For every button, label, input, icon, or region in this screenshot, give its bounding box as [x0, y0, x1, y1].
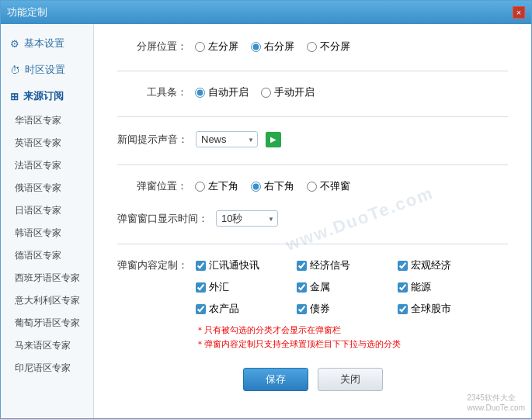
checkbox-row-3: 农产品 债券 全球股市 [196, 302, 499, 316]
toolbar-auto[interactable]: 自动开启 [195, 85, 249, 99]
cb-metal-input[interactable] [297, 282, 307, 293]
cb-bond[interactable]: 债券 [297, 302, 398, 316]
sidebar-item-source[interactable]: ⊞ 来源订阅 [1, 83, 93, 109]
toolbar-auto-label: 自动开启 [208, 85, 249, 99]
split-left-label: 左分屏 [208, 40, 238, 54]
split-right-label: 右分屏 [264, 40, 294, 54]
cb-global-stock-input[interactable] [398, 304, 408, 314]
split-none-radio[interactable] [307, 42, 317, 52]
sidebar-label-basic: 基本设置 [24, 36, 64, 50]
toolbar-row: 工具条： 自动开启 手动开启 [117, 85, 508, 99]
popup-time-row: 弹窗窗口显示时间： 5秒 10秒 15秒 30秒 [117, 210, 508, 227]
split-left[interactable]: 左分屏 [195, 40, 238, 54]
popup-pos-row: 弹窗位置： 左下角 右下角 不弹窗 [117, 179, 508, 193]
toolbar-auto-radio[interactable] [195, 88, 205, 98]
sidebar-item-korean[interactable]: 韩语区专家 [1, 222, 93, 244]
popup-bottom-left-label: 左下角 [208, 179, 238, 193]
popup-bottom-left[interactable]: 左下角 [195, 179, 238, 193]
sidebar-item-basic[interactable]: ⚙ 基本设置 [1, 30, 93, 57]
split-none[interactable]: 不分屏 [307, 40, 350, 54]
window-title: 功能定制 [7, 5, 47, 19]
divider-3 [117, 164, 508, 165]
cb-huixun-label: 汇讯通快讯 [209, 258, 259, 272]
checkbox-group: 汇讯通快讯 经济信号 宏观经济 [196, 258, 499, 351]
toolbar-manual-label: 手动开启 [274, 85, 315, 99]
save-button[interactable]: 保存 [243, 368, 308, 391]
cb-agri-input[interactable] [196, 304, 206, 314]
split-left-radio[interactable] [195, 42, 205, 52]
popup-pos-label: 弹窗位置： [117, 179, 187, 193]
split-none-label: 不分屏 [320, 40, 350, 54]
sidebar-item-indonesian[interactable]: 印尼语区专家 [1, 357, 93, 379]
sidebar-item-italian[interactable]: 意大利利区专家 [1, 289, 93, 312]
news-sound-select[interactable]: News Alert Chime Bell [196, 131, 258, 147]
divider-2 [117, 116, 508, 117]
split-right[interactable]: 右分屏 [251, 40, 294, 54]
cb-metal-label: 金属 [310, 280, 330, 294]
cb-forex[interactable]: 外汇 [196, 280, 297, 294]
duote-badge: 2345软件大全www.DuoTe.com [468, 393, 525, 412]
popup-bottom-left-radio[interactable] [195, 182, 205, 192]
popup-content-row: 弹窗内容定制： 汇讯通快讯 经济信号 [117, 258, 508, 351]
toolbar-radio-group: 自动开启 手动开启 [195, 85, 315, 99]
news-sound-row: 新闻提示声音： News Alert Chime Bell [117, 131, 508, 147]
news-sound-select-wrapper: News Alert Chime Bell [196, 131, 258, 147]
cb-metal[interactable]: 金属 [297, 280, 398, 294]
popup-time-label: 弹窗窗口显示时间： [117, 212, 208, 226]
sidebar: ⚙ 基本设置 ⏱ 时区设置 ⊞ 来源订阅 华语区专家 英语区专家 法语区专家 俄… [1, 24, 94, 418]
sidebar-item-german[interactable]: 德语区专家 [1, 244, 93, 267]
popup-no-popup[interactable]: 不弹窗 [307, 179, 350, 193]
cb-agri-label: 农产品 [209, 302, 239, 316]
cb-macro-input[interactable] [398, 261, 408, 271]
main-window: 功能定制 × ⚙ 基本设置 ⏱ 时区设置 ⊞ 来源订阅 华语区专家 英语区专家 … [0, 0, 532, 419]
cb-forex-input[interactable] [196, 282, 206, 293]
divider-4 [117, 244, 508, 244]
cb-energy-input[interactable] [398, 282, 408, 293]
checkbox-row-2: 外汇 金属 能源 [196, 280, 499, 294]
sidebar-item-timezone[interactable]: ⏱ 时区设置 [1, 57, 93, 83]
popup-bottom-right[interactable]: 右下角 [251, 179, 294, 193]
sidebar-item-english[interactable]: 英语区专家 [1, 132, 93, 154]
cb-economic-signal-input[interactable] [297, 261, 307, 271]
sidebar-item-malay[interactable]: 马来语区专家 [1, 334, 93, 357]
toolbar-manual-radio[interactable] [261, 88, 271, 98]
popup-no-popup-radio[interactable] [307, 182, 317, 192]
sidebar-item-portuguese[interactable]: 葡萄牙语区专家 [1, 312, 93, 334]
popup-bottom-right-radio[interactable] [251, 182, 261, 192]
play-button[interactable] [266, 132, 281, 147]
close-dialog-button[interactable]: 关闭 [318, 368, 383, 391]
sidebar-item-french[interactable]: 法语区专家 [1, 154, 93, 177]
cb-global-stock[interactable]: 全球股市 [398, 302, 499, 316]
popup-bottom-right-label: 右下角 [264, 179, 294, 193]
note2: ＊弹窗内容定制只支持全球置顶栏目下下拉与选的分类 [196, 338, 499, 351]
cb-bond-input[interactable] [297, 304, 307, 314]
checkbox-row-1: 汇讯通快讯 经济信号 宏观经济 [196, 258, 499, 272]
sidebar-item-chinese[interactable]: 华语区专家 [1, 109, 93, 132]
news-sound-label: 新闻提示声音： [117, 133, 188, 147]
close-button[interactable]: × [513, 6, 525, 19]
sidebar-item-russian[interactable]: 俄语区专家 [1, 177, 93, 199]
cb-macro[interactable]: 宏观经济 [398, 258, 499, 272]
title-bar: 功能定制 × [1, 1, 531, 24]
cb-forex-label: 外汇 [209, 280, 229, 294]
note-area: ＊只有被勾选的分类才会显示在弹窗栏 ＊弹窗内容定制只支持全球置顶栏目下下拉与选的… [196, 324, 499, 351]
popup-pos-radio-group: 左下角 右下角 不弹窗 [195, 179, 350, 193]
cb-energy[interactable]: 能源 [398, 280, 499, 294]
sidebar-item-spanish[interactable]: 西班牙语区专家 [1, 267, 93, 289]
cb-energy-label: 能源 [411, 280, 431, 294]
cb-global-stock-label: 全球股市 [411, 302, 451, 316]
toolbar-manual[interactable]: 手动开启 [261, 85, 315, 99]
popup-time-select-wrapper: 5秒 10秒 15秒 30秒 [216, 210, 278, 227]
popup-content-label: 弹窗内容定制： [117, 258, 188, 272]
popup-time-select[interactable]: 5秒 10秒 15秒 30秒 [216, 210, 278, 227]
clock-icon: ⏱ [10, 64, 20, 76]
cb-macro-label: 宏观经济 [411, 258, 451, 272]
cb-economic-signal[interactable]: 经济信号 [297, 258, 398, 272]
split-right-radio[interactable] [251, 42, 261, 52]
sidebar-item-japanese[interactable]: 日语区专家 [1, 199, 93, 222]
cb-huixun-input[interactable] [196, 261, 206, 271]
cb-agri[interactable]: 农产品 [196, 302, 297, 316]
sidebar-label-source: 来源订阅 [23, 89, 64, 103]
sidebar-label-timezone: 时区设置 [25, 63, 65, 77]
cb-huixun[interactable]: 汇讯通快讯 [196, 258, 297, 272]
